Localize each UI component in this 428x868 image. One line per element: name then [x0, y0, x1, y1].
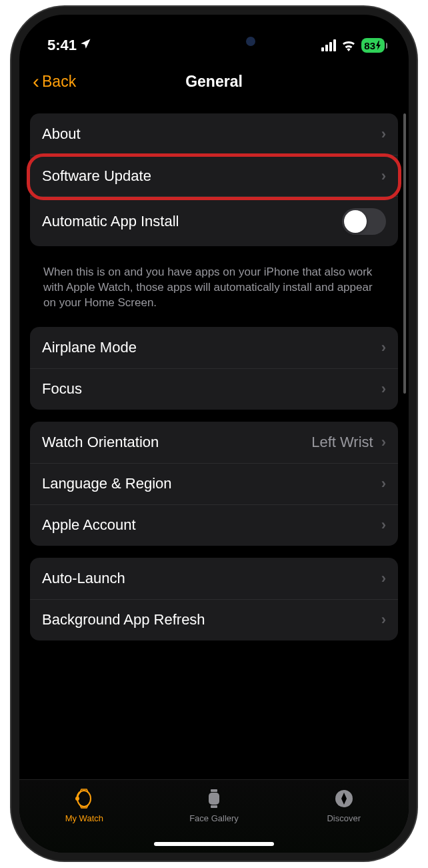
home-indicator[interactable]: [154, 842, 274, 846]
label-auto-install: Automatic App Install: [42, 213, 179, 230]
label-focus: Focus: [42, 380, 82, 398]
svg-point-1: [76, 797, 79, 800]
cellular-icon: [321, 39, 336, 51]
row-orientation[interactable]: Watch Orientation Left Wrist ›: [30, 422, 398, 463]
label-airplane: Airplane Mode: [42, 339, 137, 356]
tab-my-watch[interactable]: My Watch: [19, 787, 149, 853]
scroll-indicator[interactable]: [403, 113, 406, 394]
chevron-right-icon: ›: [381, 380, 386, 398]
row-about[interactable]: About ›: [30, 113, 398, 155]
label-auto-launch: Auto-Launch: [42, 570, 125, 587]
value-orientation: Left Wrist: [311, 434, 373, 451]
back-label: Back: [42, 73, 76, 91]
label-account: Apple Account: [42, 516, 136, 534]
label-about: About: [42, 125, 81, 143]
row-airplane[interactable]: Airplane Mode ›: [30, 327, 398, 368]
chevron-left-icon: ‹: [33, 70, 39, 93]
back-button[interactable]: ‹ Back: [33, 70, 76, 93]
location-icon: [79, 37, 91, 54]
group-modes: Airplane Mode › Focus ›: [30, 327, 398, 410]
battery-icon: 83: [361, 38, 385, 53]
compass-icon: [332, 787, 356, 811]
status-time: 5:41: [47, 37, 91, 54]
label-language: Language & Region: [42, 475, 172, 492]
row-auto-install[interactable]: Automatic App Install: [30, 196, 398, 246]
row-account[interactable]: Apple Account ›: [30, 504, 398, 546]
group-apps: Auto-Launch › Background App Refresh ›: [30, 558, 398, 640]
row-auto-launch[interactable]: Auto-Launch ›: [30, 558, 398, 599]
group-about: About › Software Update › Automatic App …: [30, 113, 398, 246]
chevron-right-icon: ›: [381, 516, 386, 534]
page-title: General: [185, 73, 243, 91]
row-language[interactable]: Language & Region ›: [30, 463, 398, 504]
chevron-right-icon: ›: [381, 125, 386, 143]
label-software-update: Software Update: [42, 167, 151, 185]
label-orientation: Watch Orientation: [42, 434, 159, 451]
watch-icon: [72, 787, 96, 811]
battery-level: 83: [364, 40, 375, 51]
footer-auto-install: When this is on and you have apps on you…: [30, 258, 398, 327]
tab-label-watch: My Watch: [65, 813, 103, 823]
group-settings: Watch Orientation Left Wrist › Language …: [30, 422, 398, 546]
time-text: 5:41: [47, 37, 77, 54]
row-focus[interactable]: Focus ›: [30, 368, 398, 410]
phone-frame: 5:41 83 ‹ Back Genera: [11, 7, 417, 861]
label-bg-refresh: Background App Refresh: [42, 611, 205, 628]
chevron-right-icon: ›: [381, 434, 386, 451]
chevron-right-icon: ›: [381, 570, 386, 587]
nav-bar: ‹ Back General: [19, 61, 409, 101]
chevron-right-icon: ›: [381, 167, 386, 185]
camera-dot: [246, 37, 255, 46]
wifi-icon: [341, 39, 356, 51]
dynamic-island: [161, 27, 267, 56]
tab-discover[interactable]: Discover: [279, 787, 409, 853]
toggle-knob: [344, 210, 367, 233]
row-bg-refresh[interactable]: Background App Refresh ›: [30, 599, 398, 640]
tab-label-discover: Discover: [327, 813, 361, 823]
chevron-right-icon: ›: [381, 475, 386, 492]
svg-rect-2: [209, 793, 219, 805]
content[interactable]: About › Software Update › Automatic App …: [19, 101, 409, 782]
svg-rect-4: [211, 805, 217, 808]
svg-rect-3: [211, 789, 217, 792]
gallery-icon: [202, 787, 226, 811]
chevron-right-icon: ›: [381, 339, 386, 356]
status-right: 83: [321, 38, 387, 53]
chevron-right-icon: ›: [381, 611, 386, 628]
toggle-auto-install[interactable]: [342, 208, 386, 235]
tab-label-gallery: Face Gallery: [189, 813, 239, 823]
row-software-update[interactable]: Software Update ›: [30, 155, 398, 196]
